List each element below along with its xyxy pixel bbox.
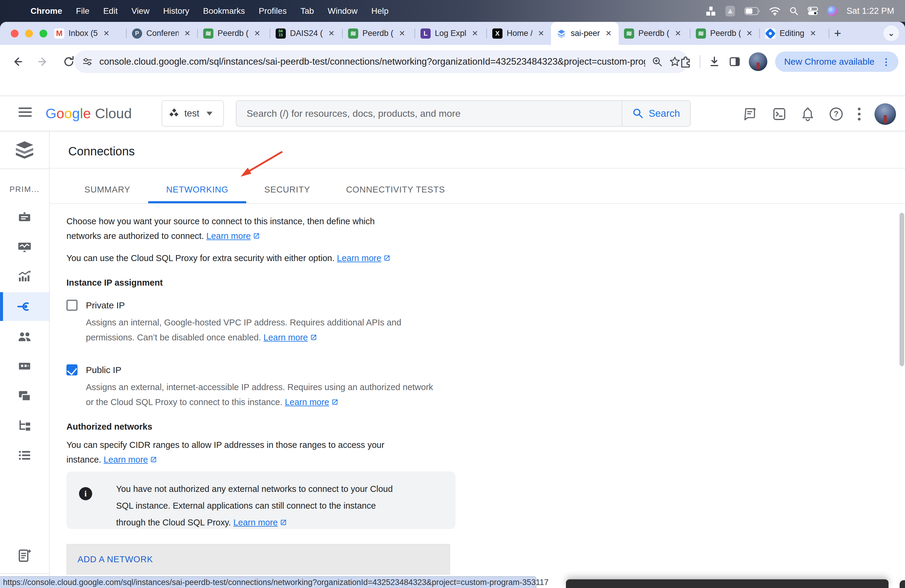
learn-more-link[interactable]: Learn more [337,253,381,263]
browser-menu-icon[interactable] [882,57,891,67]
cloud-shell-icon[interactable] [772,106,787,122]
tab-close-icon[interactable] [470,29,479,38]
sidebar-item-system-insights[interactable] [0,262,49,291]
zoom-icon[interactable] [652,56,663,67]
tab-close-icon[interactable] [183,29,192,38]
help-icon[interactable]: ? [829,106,844,122]
zoom-window-button[interactable] [40,30,47,37]
menubar-item-edit[interactable]: Edit [103,6,117,16]
forward-button[interactable] [35,53,51,70]
address-bar[interactable]: console.cloud.google.com/sql/instances/s… [74,50,688,73]
chrome-window: Inbox (5 Conferen Peerdb ( DAIS24 ( [0,22,905,588]
sidebar-item-observability[interactable] [0,233,49,261]
battery-icon[interactable] [745,7,760,15]
tab-editing[interactable]: Editing [760,22,829,45]
menubar-item-profiles[interactable]: Profiles [259,6,287,16]
gcp-search-bar[interactable]: Search (/) for resources, docs, products… [236,100,691,127]
side-panel-icon[interactable] [729,56,741,68]
notifications-bell-icon[interactable] [800,106,815,122]
private-ip-checkbox[interactable] [67,300,78,311]
tab-close-icon[interactable] [745,29,754,38]
menubar-clock[interactable]: Sat 1:22 PM [846,6,894,16]
tab-close-icon[interactable] [102,29,111,38]
sidebar-item-connections[interactable] [0,292,49,321]
navigation-menu-icon[interactable] [19,108,32,119]
sidebar-item-databases[interactable] [0,352,49,380]
tab-cloud-sql-active[interactable]: sai-peer [551,22,619,45]
tab-close-icon[interactable] [327,29,336,38]
new-tab-button[interactable] [829,22,846,45]
sidebar-item-operations[interactable] [0,441,49,470]
cloud-sql-logo-icon[interactable] [0,132,49,169]
tab-peerdb-1[interactable]: Peerdb ( [198,22,270,45]
tab-search-chevron-button[interactable] [883,25,899,41]
menubar-item-bookmarks[interactable]: Bookmarks [203,6,245,16]
gcp-search-placeholder[interactable]: Search (/) for resources, docs, products… [237,108,622,119]
stats-blocks-icon[interactable] [706,6,716,16]
public-ip-checkbox[interactable] [67,364,78,375]
tab-peerdb-4[interactable]: Peerdb ( [691,22,759,45]
url-text[interactable]: console.cloud.google.com/sql/instances/s… [99,56,645,67]
spotlight-search-icon[interactable] [789,6,799,16]
sidebar-item-overview[interactable] [0,203,49,232]
gcp-search-button[interactable]: Search [622,101,690,126]
toolbar-divider [700,55,700,68]
tab-log-explorer[interactable]: Log Expl [415,22,486,45]
menubar-item-view[interactable]: View [132,6,149,16]
extensions-icon[interactable] [679,55,692,68]
tab-close-icon[interactable] [674,29,683,38]
learn-more-link[interactable]: Learn more [103,455,148,464]
sidebar-item-release-notes[interactable] [0,541,49,570]
tab-summary[interactable]: SUMMARY [67,178,148,201]
add-network-button[interactable]: ADD A NETWORK [67,544,450,575]
tab-dais24[interactable]: DAIS24 ( [270,22,342,45]
tab-conference[interactable]: Conferen [127,22,197,45]
tab-peerdb-3[interactable]: Peerdb ( [619,22,690,45]
tab-close-icon[interactable] [253,29,262,38]
page-scrollbar[interactable] [900,213,904,366]
learn-more-link[interactable]: Learn more [285,397,329,407]
more-options-icon[interactable] [857,106,861,122]
tab-close-icon[interactable] [604,29,613,38]
google-cloud-logo[interactable]: G o o g l e Cloud [46,105,132,122]
tab-connectivity-tests[interactable]: CONNECTIVITY TESTS [328,178,463,201]
learn-more-link[interactable]: Learn more [206,231,251,241]
browser-profile-avatar[interactable] [749,52,767,71]
site-settings-icon[interactable] [82,56,93,67]
menubar-item-tab[interactable]: Tab [300,6,314,16]
project-picker-button[interactable]: test [162,100,224,127]
menubar-item-file[interactable]: File [76,6,89,16]
release-notes-icon[interactable] [743,106,758,122]
tab-networking[interactable]: NETWORKING [148,178,246,201]
sidebar-item-backups[interactable] [0,382,49,410]
downloads-icon[interactable] [708,56,721,68]
tab-close-icon[interactable] [537,29,546,38]
menubar-app-icon[interactable] [725,5,736,17]
control-center-icon[interactable] [807,6,818,16]
tab-x-home[interactable]: Home / X [487,22,551,45]
info-icon [79,487,92,500]
sidebar-item-replication[interactable] [0,411,49,440]
menubar-item-window[interactable]: Window [328,6,358,16]
info-line2: SQL instance. External applications can … [116,497,393,514]
learn-more-link[interactable]: Learn more [264,333,308,342]
wifi-icon[interactable] [769,6,781,16]
menubar-item-help[interactable]: Help [372,6,389,16]
close-window-button[interactable] [11,30,19,37]
tab-peerdb-2[interactable]: Peerdb ( [343,22,414,45]
menubar-item-history[interactable]: History [163,6,189,16]
tab-security[interactable]: SECURITY [246,178,328,201]
menubar-app-name[interactable]: Chrome [30,6,62,16]
tab-close-icon[interactable] [398,29,407,38]
learn-more-link[interactable]: Learn more [233,518,278,527]
minimize-window-button[interactable] [25,30,33,37]
account-avatar[interactable] [875,103,896,125]
back-button[interactable] [9,53,26,70]
tab-close-icon[interactable] [809,29,818,38]
background-window-edge [566,579,889,588]
siri-icon[interactable] [827,6,837,16]
sidebar-item-users[interactable] [0,322,49,351]
new-chrome-available-button[interactable]: New Chrome available [775,51,899,72]
tab-gmail[interactable]: Inbox (5 [49,22,126,45]
peerdb-favicon [203,29,213,39]
